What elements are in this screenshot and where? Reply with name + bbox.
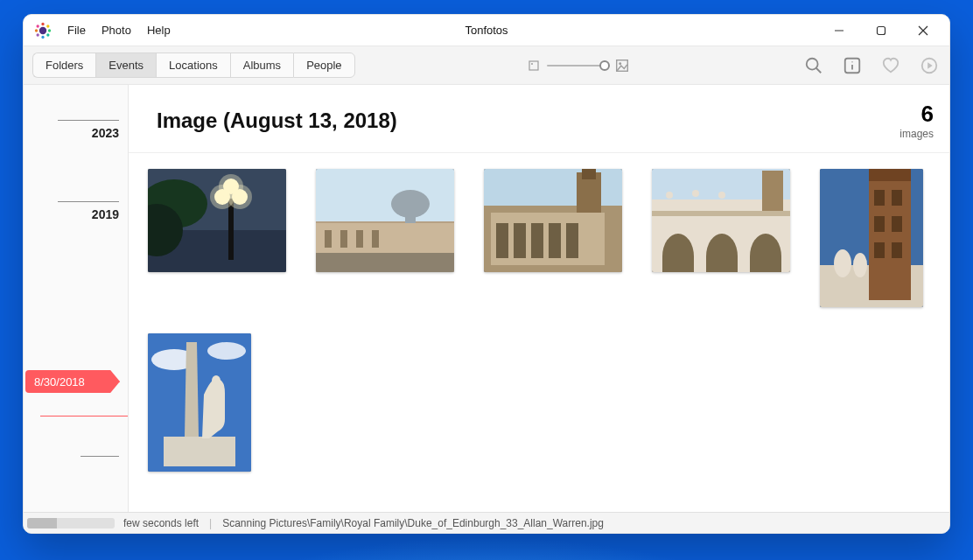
slider-knob[interactable] [599, 60, 610, 71]
thumbnail-size-slider[interactable] [528, 59, 629, 73]
content-area: 2023 2019 8/30/2018 Image (August 13, 20… [24, 85, 949, 512]
menu-file[interactable]: File [60, 20, 93, 40]
svg-point-6 [37, 33, 39, 36]
svg-rect-41 [340, 230, 347, 248]
slideshow-button[interactable] [918, 54, 941, 77]
svg-rect-38 [405, 204, 416, 223]
thumbnail-grid [129, 153, 949, 512]
info-button[interactable] [841, 54, 864, 77]
event-title: Image (August 13, 2018) [157, 108, 900, 133]
event-count-label: images [900, 128, 934, 140]
svg-point-59 [692, 190, 699, 197]
svg-rect-27 [228, 199, 234, 260]
photo-thumbnail[interactable] [148, 169, 286, 272]
svg-point-71 [834, 249, 851, 277]
window-controls [820, 18, 942, 44]
scan-activity: Scanning Pictures\Family\Royal Family\Du… [222, 517, 604, 529]
svg-point-4 [46, 33, 49, 36]
svg-rect-56 [762, 171, 783, 214]
svg-rect-42 [356, 230, 363, 248]
tab-locations[interactable]: Locations [156, 52, 230, 78]
timeline-year-label: 2023 [92, 126, 119, 140]
maximize-button[interactable] [862, 18, 900, 44]
main-menu: File Photo Help [60, 20, 178, 40]
scan-progress-fill [27, 518, 57, 528]
close-button[interactable] [904, 18, 942, 44]
thumb-large-icon [615, 59, 629, 73]
photo-thumbnail[interactable] [652, 169, 790, 272]
svg-rect-52 [549, 223, 561, 258]
menu-help[interactable]: Help [140, 20, 178, 40]
svg-line-18 [816, 67, 822, 73]
svg-rect-43 [372, 230, 379, 248]
svg-rect-50 [514, 223, 526, 258]
status-bar: few seconds left | Scanning Pictures\Fam… [24, 512, 949, 533]
svg-rect-68 [892, 216, 902, 232]
tab-albums[interactable]: Albums [230, 52, 293, 78]
svg-point-14 [531, 63, 533, 65]
toolbar: Folders Events Locations Albums People [24, 46, 949, 85]
svg-point-0 [39, 26, 46, 33]
main-panel: Image (August 13, 2018) 6 images [129, 85, 949, 512]
svg-point-16 [620, 62, 622, 65]
svg-marker-77 [185, 342, 199, 437]
photo-thumbnail[interactable] [820, 169, 923, 307]
search-icon [804, 56, 823, 75]
svg-rect-66 [892, 190, 902, 206]
app-icon [34, 22, 52, 39]
svg-rect-34 [316, 169, 454, 221]
scan-time-left: few seconds left [123, 517, 199, 529]
svg-point-60 [718, 192, 725, 199]
svg-rect-13 [529, 61, 538, 70]
svg-rect-64 [869, 169, 911, 181]
photo-thumbnail[interactable] [484, 169, 622, 272]
info-icon [843, 56, 862, 75]
timeline-year-label: 2019 [92, 207, 119, 221]
app-window: File Photo Help Tonfotos Folders Events … [23, 14, 950, 534]
scan-progress [27, 518, 115, 528]
heart-icon [881, 56, 900, 75]
svg-rect-70 [892, 242, 902, 258]
svg-rect-44 [484, 169, 622, 206]
titlebar: File Photo Help Tonfotos [24, 15, 949, 46]
svg-point-75 [207, 342, 246, 360]
svg-rect-47 [582, 169, 596, 179]
search-button[interactable] [802, 54, 825, 77]
svg-rect-67 [874, 216, 885, 232]
photo-thumbnail[interactable] [148, 333, 251, 472]
svg-point-17 [807, 58, 818, 69]
menu-photo[interactable]: Photo [94, 20, 138, 40]
svg-point-7 [35, 29, 38, 32]
tab-events[interactable]: Events [95, 52, 156, 78]
svg-point-8 [37, 24, 39, 27]
play-icon [920, 56, 939, 75]
timeline-current-marker[interactable]: 8/30/2018 [25, 370, 120, 393]
svg-rect-39 [316, 253, 454, 272]
timeline-year[interactable]: 2019 [24, 201, 128, 221]
svg-rect-63 [869, 169, 911, 300]
svg-point-78 [212, 375, 220, 386]
svg-rect-53 [566, 223, 578, 258]
favorite-button[interactable] [879, 54, 902, 77]
svg-point-58 [666, 192, 673, 199]
svg-rect-65 [874, 190, 885, 206]
svg-point-3 [48, 29, 51, 32]
svg-point-2 [46, 24, 49, 27]
thumb-small-icon [528, 60, 540, 72]
svg-point-72 [853, 253, 867, 277]
svg-point-1 [41, 22, 44, 24]
tab-people[interactable]: People [293, 52, 354, 78]
svg-point-5 [41, 35, 44, 38]
svg-rect-57 [652, 211, 790, 216]
timeline-sidebar[interactable]: 2023 2019 8/30/2018 [24, 85, 129, 512]
minimize-button[interactable] [820, 18, 858, 44]
svg-rect-51 [531, 223, 543, 258]
tab-folders[interactable]: Folders [32, 52, 95, 78]
photo-thumbnail[interactable] [316, 169, 454, 272]
event-count: 6 [900, 101, 934, 128]
timeline-current-date: 8/30/2018 [34, 375, 85, 388]
svg-point-33 [219, 174, 243, 199]
svg-rect-49 [496, 223, 508, 258]
timeline-year[interactable]: 2023 [24, 120, 128, 140]
event-header: Image (August 13, 2018) 6 images [129, 85, 949, 153]
